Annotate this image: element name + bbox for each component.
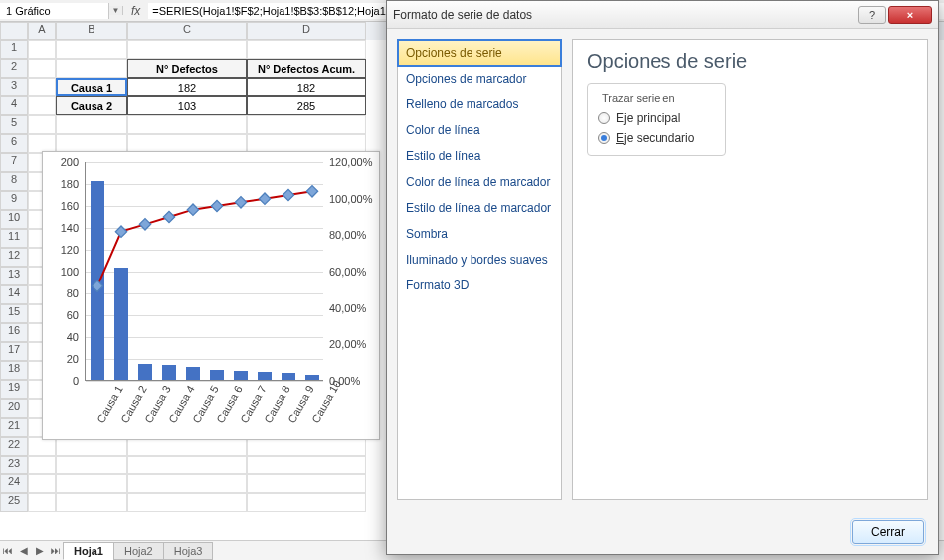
dialog-nav-item[interactable]: Color de línea de marcador <box>398 169 561 195</box>
cell[interactable]: 182 <box>247 78 366 96</box>
cell[interactable]: N° Defectos <box>127 59 247 78</box>
row-header[interactable]: 23 <box>0 456 28 474</box>
row-header[interactable]: 5 <box>0 115 28 134</box>
row-header[interactable]: 3 <box>0 78 28 96</box>
col-header-A[interactable]: A <box>28 22 56 40</box>
row-header[interactable]: 22 <box>0 437 28 456</box>
row-header[interactable]: 17 <box>0 342 28 361</box>
radio-secondary-axis[interactable]: Eje secundario <box>598 131 715 145</box>
svg-rect-4 <box>187 204 198 215</box>
cell[interactable] <box>247 40 366 59</box>
row-header[interactable]: 16 <box>0 323 28 342</box>
sheet-nav-next-icon[interactable]: ▶ <box>32 545 48 556</box>
dialog-nav-item[interactable]: Color de línea <box>398 117 561 143</box>
close-button[interactable]: Cerrar <box>852 520 924 544</box>
cell[interactable] <box>28 59 56 78</box>
row-header[interactable]: 7 <box>0 153 28 172</box>
dialog-nav-item[interactable]: Relleno de marcados <box>398 92 561 117</box>
cell[interactable] <box>247 493 366 512</box>
cell[interactable] <box>56 115 127 134</box>
y-tick-label: 20 <box>67 353 79 365</box>
cell[interactable] <box>127 40 247 59</box>
col-header-C[interactable]: C <box>127 22 247 40</box>
cell[interactable] <box>127 474 247 493</box>
col-header-B[interactable]: B <box>56 22 127 40</box>
row-header[interactable]: 24 <box>0 474 28 493</box>
row-header[interactable]: 20 <box>0 399 28 418</box>
row-header[interactable]: 11 <box>0 229 28 248</box>
sheet-nav-prev-icon[interactable]: ◀ <box>16 545 32 556</box>
row-header[interactable]: 14 <box>0 285 28 304</box>
cell[interactable] <box>28 493 56 512</box>
dialog-nav-item[interactable]: Estilo de línea de marcador <box>398 195 561 221</box>
fx-label[interactable]: fx <box>123 2 148 20</box>
sheet-tab-hoja1[interactable]: Hoja1 <box>63 542 114 560</box>
cell[interactable] <box>28 115 56 134</box>
cell[interactable] <box>247 115 366 134</box>
dialog-nav-pane: Opciones de serieOpciones de marcadorRel… <box>397 39 562 500</box>
row-header[interactable]: 12 <box>0 248 28 267</box>
row-header[interactable]: 18 <box>0 361 28 380</box>
y2-tick-label: 80,00% <box>329 229 366 241</box>
cell[interactable]: Causa 1 <box>56 78 127 96</box>
cell[interactable] <box>247 456 366 474</box>
dialog-nav-item[interactable]: Opciones de marcador <box>398 66 561 92</box>
cell[interactable] <box>56 59 127 78</box>
cell[interactable] <box>28 78 56 96</box>
cell[interactable] <box>127 456 247 474</box>
radio-icon <box>598 112 610 124</box>
cell[interactable] <box>28 96 56 115</box>
dialog-footer: Cerrar <box>387 510 938 554</box>
dialog-nav-item[interactable]: Formato 3D <box>398 273 561 298</box>
row-header[interactable]: 15 <box>0 304 28 323</box>
cell[interactable] <box>56 40 127 59</box>
chart-plot-area[interactable] <box>85 162 323 381</box>
cell[interactable] <box>28 456 56 474</box>
svg-rect-3 <box>163 211 174 222</box>
sheet-tab-hoja3[interactable]: Hoja3 <box>163 542 214 560</box>
cell[interactable] <box>127 115 247 134</box>
row-header[interactable]: 21 <box>0 418 28 437</box>
y2-tick-label: 40,00% <box>329 302 366 314</box>
radio-primary-axis[interactable]: Eje principal <box>598 111 715 125</box>
help-button[interactable]: ? <box>858 6 886 24</box>
row-header[interactable]: 10 <box>0 210 28 229</box>
cell[interactable] <box>127 493 247 512</box>
row-header[interactable]: 13 <box>0 267 28 285</box>
dialog-nav-item[interactable]: Sombra <box>398 221 561 247</box>
dialog-nav-item[interactable]: Opciones de serie <box>397 39 562 67</box>
cell[interactable]: N° Defectos Acum. <box>247 59 366 78</box>
row-header[interactable]: 6 <box>0 134 28 153</box>
row-header[interactable]: 19 <box>0 380 28 399</box>
cell[interactable] <box>56 474 127 493</box>
cell[interactable] <box>247 474 366 493</box>
embedded-chart[interactable]: 020406080100120140160180200 0,00%20,00%4… <box>42 151 380 440</box>
cell[interactable]: 182 <box>127 78 247 96</box>
cell[interactable]: 103 <box>127 96 247 115</box>
name-box-dropdown-icon[interactable]: ▼ <box>109 6 123 15</box>
row-header[interactable]: 1 <box>0 40 28 59</box>
row-header[interactable]: 25 <box>0 493 28 512</box>
cell[interactable]: Causa 2 <box>56 96 127 115</box>
dialog-nav-item[interactable]: Estilo de línea <box>398 143 561 169</box>
cell[interactable] <box>56 456 127 474</box>
select-all-corner[interactable] <box>0 22 28 40</box>
sheet-tab-hoja2[interactable]: Hoja2 <box>113 542 164 560</box>
plot-on-group: Trazar serie en Eje principal Eje secund… <box>587 83 726 156</box>
dialog-titlebar[interactable]: Formato de serie de datos ? × <box>387 1 938 29</box>
close-icon[interactable]: × <box>888 6 932 24</box>
sheet-nav-first-icon[interactable]: ⏮ <box>0 545 16 556</box>
row-header[interactable]: 4 <box>0 96 28 115</box>
dialog-nav-item[interactable]: Iluminado y bordes suaves <box>398 247 561 273</box>
row-header[interactable]: 9 <box>0 191 28 210</box>
cell[interactable] <box>56 493 127 512</box>
y-tick-label: 60 <box>67 309 79 321</box>
cell[interactable]: 285 <box>247 96 366 115</box>
row-header[interactable]: 8 <box>0 172 28 191</box>
cell[interactable] <box>28 40 56 59</box>
name-box[interactable]: 1 Gráfico <box>0 3 109 19</box>
col-header-D[interactable]: D <box>247 22 366 40</box>
row-header[interactable]: 2 <box>0 59 28 78</box>
cell[interactable] <box>28 474 56 493</box>
sheet-nav-last-icon[interactable]: ⏭ <box>48 545 64 556</box>
